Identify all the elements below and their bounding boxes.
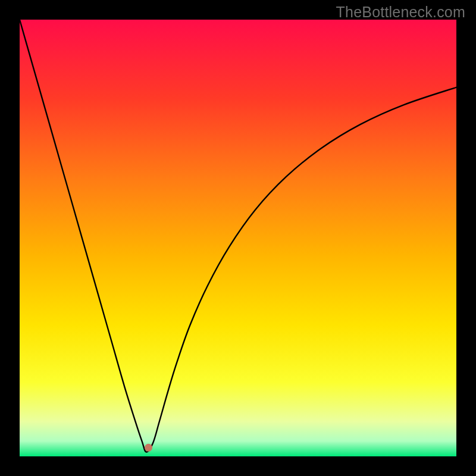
- plot-area: [20, 20, 456, 456]
- gradient-background: [20, 20, 456, 456]
- chart-svg: [20, 20, 456, 456]
- watermark-text: TheBottleneck.com: [336, 4, 465, 21]
- minimum-marker: [145, 444, 152, 452]
- chart-stage: TheBottleneck.com: [0, 0, 476, 476]
